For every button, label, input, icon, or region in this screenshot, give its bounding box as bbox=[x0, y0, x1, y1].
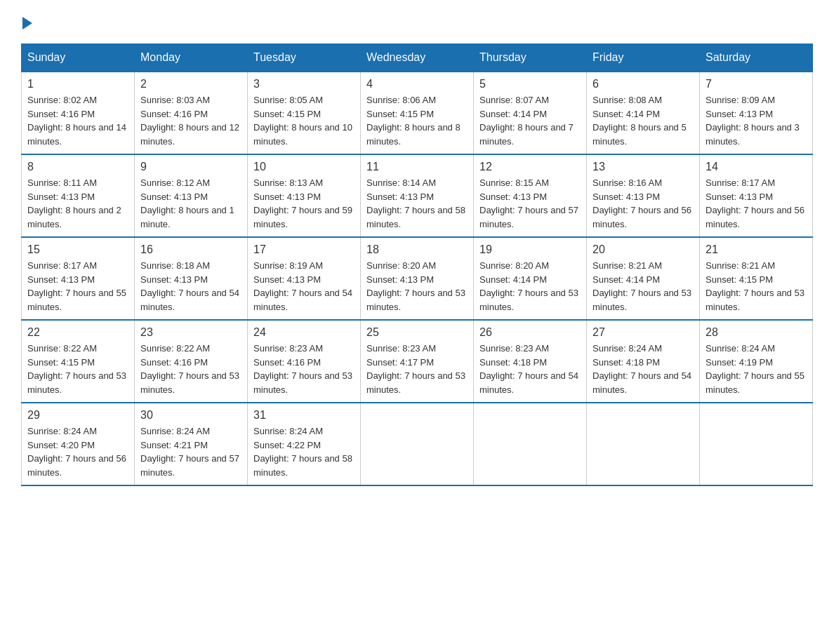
day-info: Sunrise: 8:24 AMSunset: 4:20 PMDaylight:… bbox=[27, 424, 128, 479]
calendar-cell: 29Sunrise: 8:24 AMSunset: 4:20 PMDayligh… bbox=[22, 403, 135, 485]
page-header bbox=[21, 14, 813, 29]
day-info: Sunrise: 8:09 AMSunset: 4:13 PMDaylight:… bbox=[706, 93, 807, 148]
day-info: Sunrise: 8:15 AMSunset: 4:13 PMDaylight:… bbox=[479, 176, 581, 231]
day-info: Sunrise: 8:05 AMSunset: 4:15 PMDaylight:… bbox=[253, 93, 355, 148]
calendar-cell: 19Sunrise: 8:20 AMSunset: 4:14 PMDayligh… bbox=[474, 237, 587, 320]
day-info: Sunrise: 8:02 AMSunset: 4:16 PMDaylight:… bbox=[27, 93, 128, 148]
calendar-cell: 31Sunrise: 8:24 AMSunset: 4:22 PMDayligh… bbox=[248, 403, 361, 485]
day-number: 9 bbox=[140, 161, 241, 173]
day-info: Sunrise: 8:23 AMSunset: 4:16 PMDaylight:… bbox=[253, 342, 355, 396]
day-number: 24 bbox=[253, 326, 355, 339]
calendar-cell: 13Sunrise: 8:16 AMSunset: 4:13 PMDayligh… bbox=[587, 154, 700, 237]
calendar-cell: 24Sunrise: 8:23 AMSunset: 4:16 PMDayligh… bbox=[248, 320, 361, 403]
calendar-week-row: 1Sunrise: 8:02 AMSunset: 4:16 PMDaylight… bbox=[22, 72, 813, 154]
day-number: 19 bbox=[479, 243, 581, 256]
calendar-cell: 28Sunrise: 8:24 AMSunset: 4:19 PMDayligh… bbox=[700, 320, 813, 403]
day-info: Sunrise: 8:07 AMSunset: 4:14 PMDaylight:… bbox=[479, 93, 581, 148]
calendar-cell: 25Sunrise: 8:23 AMSunset: 4:17 PMDayligh… bbox=[361, 320, 474, 403]
logo-arrow-icon bbox=[22, 17, 32, 29]
day-number: 14 bbox=[706, 161, 807, 173]
calendar-cell: 18Sunrise: 8:20 AMSunset: 4:13 PMDayligh… bbox=[361, 237, 474, 320]
calendar-cell bbox=[700, 403, 813, 485]
day-info: Sunrise: 8:06 AMSunset: 4:15 PMDaylight:… bbox=[366, 93, 468, 148]
calendar-cell: 21Sunrise: 8:21 AMSunset: 4:15 PMDayligh… bbox=[700, 237, 813, 320]
calendar-cell: 11Sunrise: 8:14 AMSunset: 4:13 PMDayligh… bbox=[361, 154, 474, 237]
day-number: 2 bbox=[140, 78, 241, 90]
col-tuesday: Tuesday bbox=[248, 44, 361, 72]
calendar-body: 1Sunrise: 8:02 AMSunset: 4:16 PMDaylight… bbox=[22, 72, 813, 485]
calendar-cell: 5Sunrise: 8:07 AMSunset: 4:14 PMDaylight… bbox=[474, 72, 587, 154]
day-info: Sunrise: 8:22 AMSunset: 4:15 PMDaylight:… bbox=[27, 342, 128, 396]
day-number: 15 bbox=[27, 243, 128, 256]
day-number: 4 bbox=[366, 78, 468, 90]
day-info: Sunrise: 8:12 AMSunset: 4:13 PMDaylight:… bbox=[140, 176, 241, 231]
calendar-week-row: 8Sunrise: 8:11 AMSunset: 4:13 PMDaylight… bbox=[22, 154, 813, 237]
header-row: Sunday Monday Tuesday Wednesday Thursday… bbox=[22, 44, 813, 72]
calendar-cell: 14Sunrise: 8:17 AMSunset: 4:13 PMDayligh… bbox=[700, 154, 813, 237]
day-info: Sunrise: 8:16 AMSunset: 4:13 PMDaylight:… bbox=[593, 176, 694, 231]
col-wednesday: Wednesday bbox=[361, 44, 474, 72]
calendar-cell: 30Sunrise: 8:24 AMSunset: 4:21 PMDayligh… bbox=[135, 403, 248, 485]
day-info: Sunrise: 8:21 AMSunset: 4:15 PMDaylight:… bbox=[706, 259, 807, 314]
day-number: 11 bbox=[366, 161, 468, 173]
calendar-cell: 4Sunrise: 8:06 AMSunset: 4:15 PMDaylight… bbox=[361, 72, 474, 154]
calendar-cell: 15Sunrise: 8:17 AMSunset: 4:13 PMDayligh… bbox=[22, 237, 135, 320]
day-number: 17 bbox=[253, 243, 355, 256]
day-number: 7 bbox=[706, 78, 807, 90]
day-info: Sunrise: 8:23 AMSunset: 4:17 PMDaylight:… bbox=[366, 342, 468, 396]
day-number: 8 bbox=[27, 161, 128, 173]
day-info: Sunrise: 8:03 AMSunset: 4:16 PMDaylight:… bbox=[140, 93, 241, 148]
calendar-week-row: 15Sunrise: 8:17 AMSunset: 4:13 PMDayligh… bbox=[22, 237, 813, 320]
day-number: 26 bbox=[479, 326, 581, 339]
day-number: 5 bbox=[479, 78, 581, 90]
calendar-cell: 7Sunrise: 8:09 AMSunset: 4:13 PMDaylight… bbox=[700, 72, 813, 154]
calendar-cell bbox=[361, 403, 474, 485]
day-info: Sunrise: 8:20 AMSunset: 4:14 PMDaylight:… bbox=[479, 259, 581, 314]
day-number: 29 bbox=[27, 409, 128, 422]
day-info: Sunrise: 8:23 AMSunset: 4:18 PMDaylight:… bbox=[479, 342, 581, 396]
day-info: Sunrise: 8:14 AMSunset: 4:13 PMDaylight:… bbox=[366, 176, 468, 231]
calendar-cell: 20Sunrise: 8:21 AMSunset: 4:14 PMDayligh… bbox=[587, 237, 700, 320]
day-number: 25 bbox=[366, 326, 468, 339]
day-info: Sunrise: 8:17 AMSunset: 4:13 PMDaylight:… bbox=[27, 259, 128, 314]
day-info: Sunrise: 8:24 AMSunset: 4:18 PMDaylight:… bbox=[593, 342, 694, 396]
calendar-cell: 9Sunrise: 8:12 AMSunset: 4:13 PMDaylight… bbox=[135, 154, 248, 237]
day-info: Sunrise: 8:24 AMSunset: 4:19 PMDaylight:… bbox=[706, 342, 807, 396]
logo bbox=[21, 14, 32, 29]
day-info: Sunrise: 8:19 AMSunset: 4:13 PMDaylight:… bbox=[253, 259, 355, 314]
calendar-cell: 6Sunrise: 8:08 AMSunset: 4:14 PMDaylight… bbox=[587, 72, 700, 154]
calendar-cell: 16Sunrise: 8:18 AMSunset: 4:13 PMDayligh… bbox=[135, 237, 248, 320]
day-number: 23 bbox=[140, 326, 241, 339]
day-number: 28 bbox=[706, 326, 807, 339]
calendar-cell: 2Sunrise: 8:03 AMSunset: 4:16 PMDaylight… bbox=[135, 72, 248, 154]
day-info: Sunrise: 8:11 AMSunset: 4:13 PMDaylight:… bbox=[27, 176, 128, 231]
calendar-cell: 12Sunrise: 8:15 AMSunset: 4:13 PMDayligh… bbox=[474, 154, 587, 237]
col-monday: Monday bbox=[135, 44, 248, 72]
calendar-cell: 8Sunrise: 8:11 AMSunset: 4:13 PMDaylight… bbox=[22, 154, 135, 237]
day-number: 31 bbox=[253, 409, 355, 422]
calendar-cell: 22Sunrise: 8:22 AMSunset: 4:15 PMDayligh… bbox=[22, 320, 135, 403]
day-number: 13 bbox=[593, 161, 694, 173]
calendar-week-row: 29Sunrise: 8:24 AMSunset: 4:20 PMDayligh… bbox=[22, 403, 813, 485]
calendar-header: Sunday Monday Tuesday Wednesday Thursday… bbox=[22, 44, 813, 72]
day-info: Sunrise: 8:18 AMSunset: 4:13 PMDaylight:… bbox=[140, 259, 241, 314]
calendar-cell: 10Sunrise: 8:13 AMSunset: 4:13 PMDayligh… bbox=[248, 154, 361, 237]
day-info: Sunrise: 8:24 AMSunset: 4:21 PMDaylight:… bbox=[140, 424, 241, 479]
col-thursday: Thursday bbox=[474, 44, 587, 72]
day-info: Sunrise: 8:22 AMSunset: 4:16 PMDaylight:… bbox=[140, 342, 241, 396]
day-info: Sunrise: 8:24 AMSunset: 4:22 PMDaylight:… bbox=[253, 424, 355, 479]
day-number: 27 bbox=[593, 326, 694, 339]
calendar-cell bbox=[474, 403, 587, 485]
day-number: 30 bbox=[140, 409, 241, 422]
calendar-cell: 23Sunrise: 8:22 AMSunset: 4:16 PMDayligh… bbox=[135, 320, 248, 403]
calendar-cell: 3Sunrise: 8:05 AMSunset: 4:15 PMDaylight… bbox=[248, 72, 361, 154]
day-number: 16 bbox=[140, 243, 241, 256]
calendar-cell: 27Sunrise: 8:24 AMSunset: 4:18 PMDayligh… bbox=[587, 320, 700, 403]
day-number: 18 bbox=[366, 243, 468, 256]
day-info: Sunrise: 8:08 AMSunset: 4:14 PMDaylight:… bbox=[593, 93, 694, 148]
day-number: 1 bbox=[27, 78, 128, 90]
col-saturday: Saturday bbox=[700, 44, 813, 72]
calendar-cell: 1Sunrise: 8:02 AMSunset: 4:16 PMDaylight… bbox=[22, 72, 135, 154]
day-number: 3 bbox=[253, 78, 355, 90]
day-info: Sunrise: 8:13 AMSunset: 4:13 PMDaylight:… bbox=[253, 176, 355, 231]
